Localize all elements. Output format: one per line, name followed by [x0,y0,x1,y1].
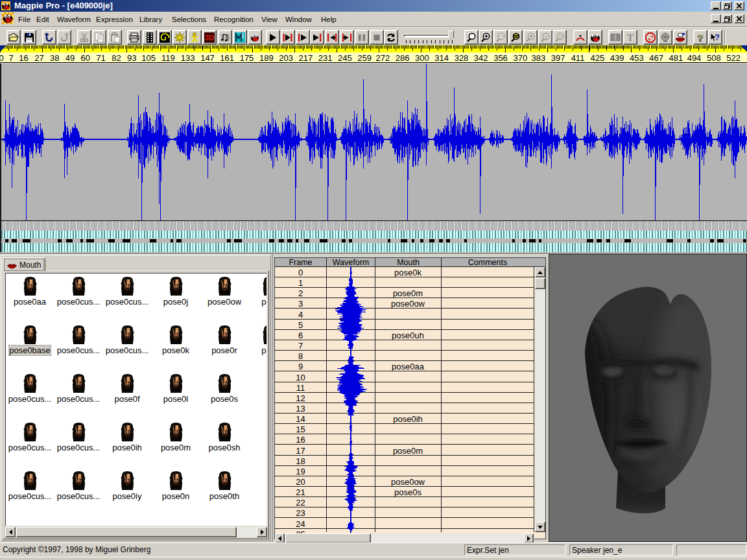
svg-text:T: T [627,32,634,43]
svg-text:?: ? [697,32,703,43]
svg-text:3D: 3D [205,34,214,41]
